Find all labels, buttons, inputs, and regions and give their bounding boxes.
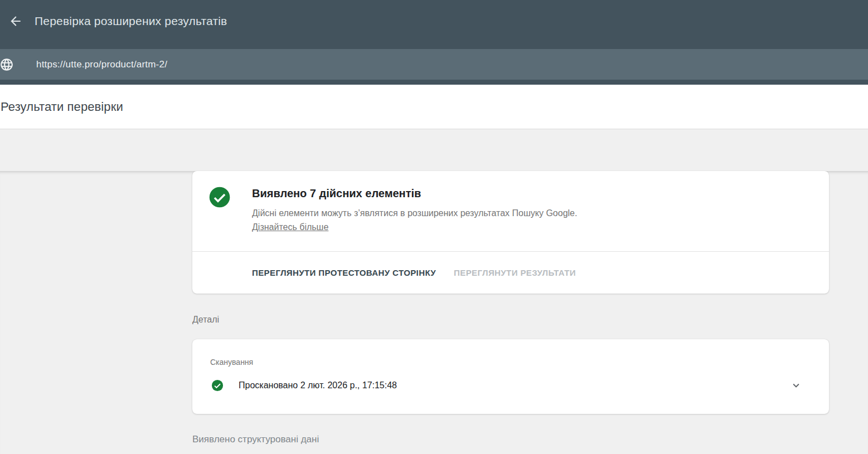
scan-status-text: Проскановано 2 лют. 2026 р., 17:15:48 (239, 380, 397, 390)
view-tested-page-button[interactable]: ПЕРЕГЛЯНУТИ ПРОТЕСТОВАНУ СТОРІНКУ (252, 268, 436, 277)
result-card-body: Виявлено 7 дійсних елементів Дійсні елем… (192, 171, 829, 251)
check-circle-icon (208, 186, 231, 208)
result-summary-card: Виявлено 7 дійсних елементів Дійсні елем… (192, 171, 829, 294)
tested-url: https://utte.pro/product/artm-2/ (36, 59, 167, 70)
learn-more-link[interactable]: Дізнайтесь більше (252, 220, 328, 234)
url-bar[interactable]: https://utte.pro/product/artm-2/ (0, 49, 868, 80)
check-circle-icon (211, 379, 224, 392)
url-section: https://utte.pro/product/artm-2/ (0, 42, 868, 85)
content-area: Виявлено 7 дійсних елементів Дійсні елем… (0, 171, 868, 454)
expand-button[interactable] (789, 379, 803, 392)
page-title: Перевірка розширених результатів (35, 14, 227, 28)
details-label: Деталі (192, 315, 868, 325)
result-texts: Виявлено 7 дійсних елементів Дійсні елем… (252, 186, 577, 234)
structured-data-heading: Виявлено структуровані дані (192, 434, 868, 445)
globe-icon (0, 57, 14, 72)
scan-card: Сканування Проскановано 2 лют. 2026 р., … (192, 339, 829, 414)
back-button[interactable] (4, 10, 27, 32)
scan-section-label: Сканування (192, 358, 829, 367)
view-results-button[interactable]: ПЕРЕГЛЯНУТИ РЕЗУЛЬТАТИ (454, 268, 576, 277)
result-description: Дійсні елементи можуть з’являтися в розш… (252, 206, 577, 220)
results-heading-band: Результати перевірки (0, 85, 868, 129)
arrow-left-icon (8, 14, 23, 28)
scan-status-row[interactable]: Проскановано 2 лют. 2026 р., 17:15:48 (192, 379, 829, 392)
app-header: Перевірка розширених результатів (0, 0, 868, 42)
result-title: Виявлено 7 дійсних елементів (252, 186, 577, 201)
results-section-title: Результати перевірки (0, 100, 123, 114)
chevron-down-icon (790, 379, 802, 392)
result-card-actions: ПЕРЕГЛЯНУТИ ПРОТЕСТОВАНУ СТОРІНКУ ПЕРЕГЛ… (192, 252, 829, 294)
